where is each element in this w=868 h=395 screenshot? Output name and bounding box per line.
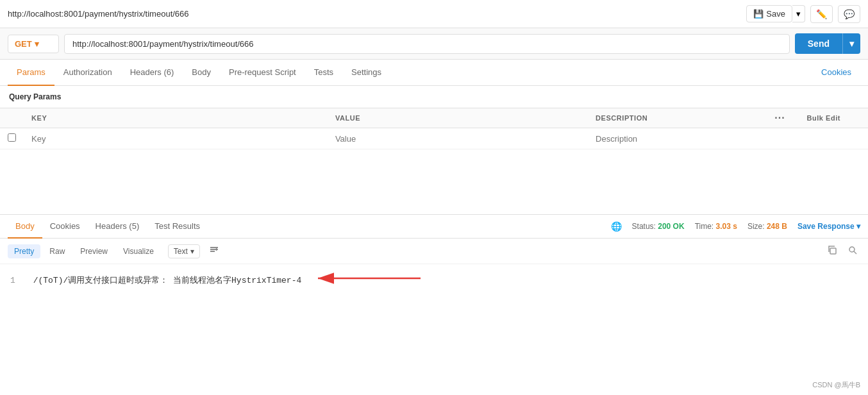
tab-headers[interactable]: Headers (6) (121, 60, 183, 86)
response-tab-headers[interactable]: Headers (5) (88, 215, 147, 239)
svg-point-4 (849, 247, 855, 252)
svg-rect-3 (830, 248, 836, 254)
tab-settings[interactable]: Settings (342, 60, 390, 86)
param-desc-input[interactable] (596, 134, 753, 144)
comment-icon-button[interactable]: 💬 (838, 5, 860, 23)
tab-authorization[interactable]: Authorization (54, 60, 121, 86)
time-display: Time: 3.03 s (695, 222, 737, 231)
chevron-down-icon: ▾ (190, 247, 194, 256)
response-tab-test-results[interactable]: Test Results (147, 215, 208, 239)
tab-body[interactable]: Body (183, 60, 220, 86)
save-icon: 💾 (753, 9, 764, 19)
url-input[interactable] (64, 34, 790, 54)
svg-line-5 (854, 251, 856, 254)
params-table: KEY VALUE DESCRIPTION ··· Bulk Edit (0, 108, 868, 149)
row-checkbox[interactable] (0, 128, 24, 149)
response-tab-cookies[interactable]: Cookies (42, 215, 88, 239)
format-bar: Pretty Raw Preview Visualize Text ▾ (0, 239, 868, 264)
tab-prerequest[interactable]: Pre-request Script (220, 60, 305, 86)
response-section: Body Cookies Headers (5) Test Results 🌐 … (0, 214, 868, 303)
response-status-bar: 🌐 Status: 200 OK Time: 3.03 s Size: 248 … (611, 221, 860, 231)
query-params-label: Query Params (0, 86, 868, 108)
param-desc-cell[interactable] (588, 128, 760, 149)
top-bar-url: http://localhost:8001/payment/hystrix/ti… (8, 9, 189, 19)
response-tabs-left: Body Cookies Headers (5) Test Results (8, 215, 208, 238)
save-button[interactable]: 💾 Save (746, 5, 792, 22)
text-format-select[interactable]: Text ▾ (168, 244, 200, 258)
response-tab-body[interactable]: Body (8, 215, 42, 239)
response-line-1: /(ToT)/调用支付接口超时或异常： 当前线程池名字HystrixTimer-… (33, 276, 306, 285)
request-tabs-bar: Params Authorization Headers (6) Body Pr… (0, 60, 868, 86)
param-checkbox[interactable] (8, 133, 16, 142)
response-body: 1 /(ToT)/调用支付接口超时或异常： 当前线程池名字HystrixTime… (0, 264, 868, 303)
status-display: Status: 200 OK (632, 222, 685, 231)
format-pretty-button[interactable]: Pretty (8, 244, 40, 258)
word-wrap-button[interactable] (205, 242, 223, 260)
response-tabs-bar: Body Cookies Headers (5) Test Results 🌐 … (0, 215, 868, 239)
col-key: KEY (24, 108, 328, 128)
param-key-cell[interactable] (24, 128, 328, 149)
col-checkbox (0, 108, 24, 128)
top-bar: http://localhost:8001/payment/hystrix/ti… (0, 0, 868, 28)
tab-tests[interactable]: Tests (305, 60, 342, 86)
param-value-cell[interactable] (328, 128, 588, 149)
col-description: DESCRIPTION (588, 108, 760, 128)
table-row (0, 128, 868, 149)
param-key-input[interactable] (31, 134, 320, 144)
size-display: Size: 248 B (747, 222, 787, 231)
copy-button[interactable] (824, 242, 840, 260)
edit-icon-button[interactable]: ✏️ (810, 5, 833, 23)
format-visualize-button[interactable]: Visualize (117, 244, 160, 258)
tab-params[interactable]: Params (8, 60, 54, 86)
method-select[interactable]: GET ▾ (8, 35, 59, 53)
cookies-link[interactable]: Cookies (812, 60, 860, 86)
format-raw-button[interactable]: Raw (43, 244, 71, 258)
red-arrow-annotation (312, 271, 427, 291)
send-button[interactable]: Send ▾ (795, 33, 860, 54)
format-preview-button[interactable]: Preview (74, 244, 114, 258)
save-response-button[interactable]: Save Response ▾ (797, 222, 860, 231)
col-value: VALUE (328, 108, 588, 128)
col-actions: ··· (760, 108, 799, 128)
param-value-input[interactable] (335, 134, 580, 144)
search-button[interactable] (845, 242, 860, 260)
save-dropdown-button[interactable]: ▾ (792, 5, 805, 22)
line-number-1: 1 (10, 276, 15, 285)
col-bulk-edit[interactable]: Bulk Edit (799, 108, 868, 128)
send-dropdown-arrow[interactable]: ▾ (843, 33, 860, 54)
request-tabs-left: Params Authorization Headers (6) Body Pr… (8, 60, 390, 85)
response-right-icons (824, 242, 860, 260)
request-bar: GET ▾ Send ▾ (0, 28, 868, 60)
globe-icon: 🌐 (611, 221, 622, 231)
top-bar-actions: 💾 Save ▾ ✏️ 💬 (746, 5, 860, 23)
query-params-section: Query Params KEY VALUE DESCRIPTION ··· B… (0, 86, 868, 214)
chevron-down-icon: ▾ (35, 39, 39, 49)
